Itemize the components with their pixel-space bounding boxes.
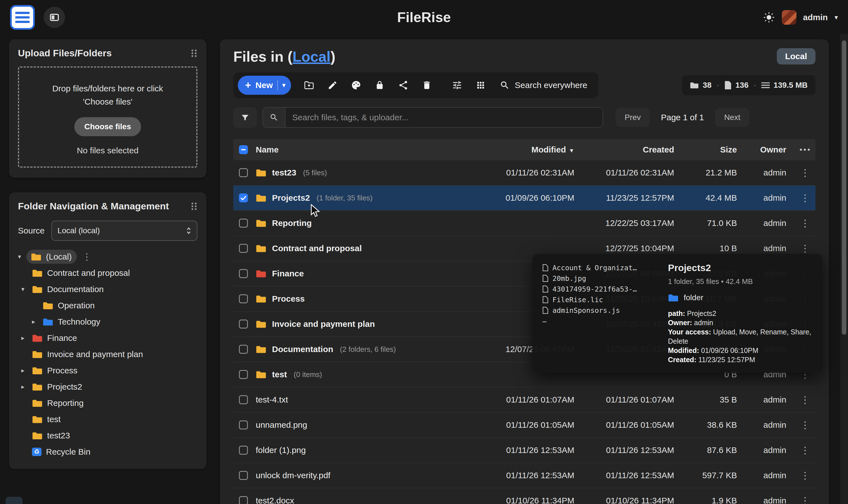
row-menu-button[interactable]: ⋮	[800, 471, 810, 480]
scrollbar-thumb[interactable]	[842, 40, 846, 335]
popup-detail-label: Modified:	[668, 346, 699, 354]
row-menu-button[interactable]: ⋮	[800, 395, 810, 404]
page-title: Files in (Local)	[233, 48, 335, 65]
table-row[interactable]: test23 (5 files) 01/11/26 02:31AM 01/11/…	[233, 160, 815, 185]
popup-detail-label: path:	[668, 309, 685, 317]
filter-button[interactable]	[233, 107, 257, 128]
tree-item[interactable]: ▸ Projects2 ⋮	[15, 379, 201, 395]
grid-view-button[interactable]	[470, 76, 492, 95]
table-row[interactable]: unlock dm-verity.pdf 01/11/26 12:53AM 01…	[233, 463, 815, 488]
row-checkbox[interactable]	[239, 294, 248, 303]
delete-button[interactable]	[416, 76, 438, 95]
search-everywhere-button[interactable]: Search everywhere	[493, 80, 594, 90]
source-select[interactable]: Local (local)	[51, 221, 197, 241]
column-options-button[interactable]	[786, 148, 810, 151]
file-dropzone[interactable]: Drop files/folders here or click 'Choose…	[18, 67, 197, 168]
row-checkbox[interactable]	[239, 193, 248, 202]
row-menu-button[interactable]: ⋮	[800, 445, 810, 455]
table-row[interactable]: folder (1).png 01/11/26 12:53AM 01/11/26…	[233, 438, 815, 463]
tree-item[interactable]: Invoice and payment plan ⋮	[15, 346, 201, 362]
tree-item-menu-icon[interactable]: ⋮	[83, 251, 91, 262]
row-checkbox[interactable]	[239, 446, 248, 455]
column-header-created[interactable]: Created	[574, 145, 674, 155]
column-header-name[interactable]: Name	[256, 145, 479, 155]
tree-item[interactable]: test ⋮	[15, 411, 201, 428]
row-menu-button[interactable]: ⋮	[800, 168, 810, 177]
tree-item[interactable]: ▸ Process ⋮	[15, 362, 201, 379]
row-menu-button[interactable]: ⋮	[800, 193, 810, 203]
source-root-link[interactable]: Local	[293, 49, 331, 65]
share-button[interactable]	[392, 76, 414, 95]
select-all-checkbox[interactable]	[239, 145, 248, 154]
column-header-size[interactable]: Size	[674, 145, 737, 155]
rename-button[interactable]	[321, 76, 344, 95]
prev-page-button[interactable]: Prev	[616, 108, 650, 127]
drag-handle-icon[interactable]	[191, 49, 197, 58]
tree-item[interactable]: ▾ Documentation ⋮	[15, 281, 201, 298]
create-folder-button[interactable]	[298, 76, 320, 95]
user-menu-chevron-down-icon[interactable]: ▾	[834, 14, 838, 21]
username: admin	[803, 13, 828, 22]
search-icon[interactable]	[263, 108, 285, 127]
row-checkbox[interactable]	[239, 168, 248, 177]
row-checkbox[interactable]	[239, 395, 248, 404]
theme-toggle-button[interactable]	[763, 11, 775, 23]
lock-button[interactable]	[369, 76, 391, 95]
row-menu-button[interactable]: ⋮	[800, 496, 810, 504]
tree-item-label: Recycle Bin	[46, 447, 90, 457]
popup-detail-row: Created: 11/23/25 12:57PM	[668, 355, 813, 364]
tree-caret-icon[interactable]: ▸	[32, 318, 40, 325]
folder-icon	[32, 366, 42, 375]
new-button-label: New	[255, 80, 273, 90]
tree-caret-icon[interactable]: ▸	[21, 383, 30, 391]
tag-color-button[interactable]	[345, 76, 367, 95]
search-input[interactable]	[285, 108, 603, 127]
tree-caret-icon[interactable]: ▾	[21, 286, 30, 293]
row-checkbox[interactable]	[239, 320, 248, 328]
row-menu-button[interactable]: ⋮	[800, 244, 810, 253]
file-icon	[542, 307, 548, 314]
tree-item[interactable]: Reporting ⋮	[15, 395, 201, 411]
avatar[interactable]	[782, 10, 796, 25]
drag-handle-icon[interactable]	[191, 202, 197, 211]
table-row[interactable]: unnamed.png 01/11/26 01:05AM 01/11/26 01…	[233, 413, 815, 438]
layout-toggle-button[interactable]	[44, 7, 65, 28]
tree-caret-icon[interactable]: ▸	[21, 335, 30, 342]
column-header-modified[interactable]: Modified▼	[479, 145, 574, 155]
tree-item[interactable]: Contract and proposal ⋮	[15, 265, 201, 281]
table-row[interactable]: Projects2 (1 folder, 35 files) 01/09/26 …	[233, 185, 815, 211]
advanced-filters-button[interactable]	[446, 76, 468, 95]
source-badge[interactable]: Local	[777, 48, 815, 65]
row-menu-button[interactable]: ⋮	[800, 420, 810, 430]
row-menu-button[interactable]: ⋮	[800, 218, 810, 228]
tree-caret-icon[interactable]: ▸	[21, 367, 30, 374]
row-checkbox[interactable]	[239, 269, 248, 278]
tree-item[interactable]: ▸ Finance ⋮	[15, 330, 201, 346]
tree-item[interactable]: ♻ Recycle Bin ⋮	[15, 444, 201, 460]
row-checkbox[interactable]	[239, 219, 248, 228]
column-header-owner[interactable]: Owner	[737, 145, 786, 155]
row-checkbox[interactable]	[239, 420, 248, 429]
next-page-button[interactable]: Next	[715, 108, 749, 127]
tree-item[interactable]: test23 ⋮	[15, 428, 201, 444]
row-checkbox[interactable]	[239, 370, 248, 379]
tree-item[interactable]: Operation ⋮	[15, 298, 201, 314]
row-checkbox[interactable]	[239, 244, 248, 253]
tree-item[interactable]: ▾ (Local) ⋮	[15, 249, 201, 265]
table-row[interactable]: test-4.txt 01/11/26 01:07AM 01/11/26 01:…	[233, 388, 815, 413]
folder-icon	[32, 285, 42, 294]
tree-item[interactable]: ▸ Technology ⋮	[15, 314, 201, 330]
row-checkbox[interactable]	[239, 345, 248, 354]
tree-caret-icon[interactable]: ▾	[18, 253, 26, 260]
table-row[interactable]: Reporting 12/22/25 03:17AM 71.0 KB admin…	[233, 211, 815, 236]
choose-files-button[interactable]: Choose files	[74, 117, 141, 136]
source-select-value: Local (local)	[57, 226, 100, 235]
new-button[interactable]: + New ▾	[238, 76, 291, 95]
table-row[interactable]: test2.docx 01/10/26 11:34PM 01/10/26 11:…	[233, 488, 815, 504]
filerise-logo[interactable]	[10, 5, 35, 30]
app-title: FileRise	[397, 9, 451, 25]
row-checkbox[interactable]	[239, 496, 248, 504]
trash-icon	[422, 80, 432, 90]
row-checkbox[interactable]	[239, 471, 248, 480]
folder-icon	[42, 317, 53, 326]
